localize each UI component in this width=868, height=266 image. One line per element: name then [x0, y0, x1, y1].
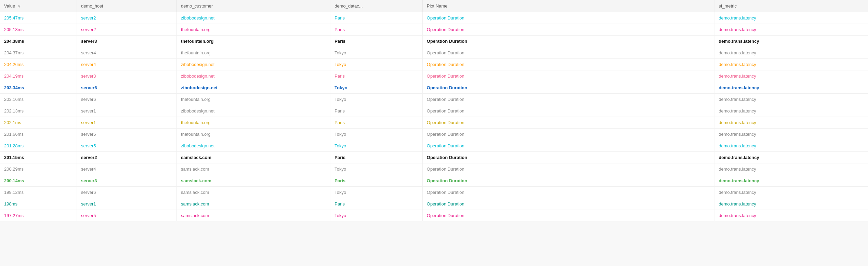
cell-plot_name: Operation Duration [422, 94, 714, 105]
cell-plot_name: Operation Duration [422, 163, 714, 175]
cell-value: 203.34ms [0, 82, 77, 94]
cell-plot_name: Operation Duration [422, 210, 714, 222]
cell-sf_metric: demo.trans.latency [714, 70, 868, 82]
col-header-plot-name[interactable]: Plot Name [422, 0, 714, 12]
data-table: Value ∨ demo_host demo_customer demo_dat… [0, 0, 868, 221]
cell-value: 204.26ms [0, 59, 77, 70]
cell-sf_metric: demo.trans.latency [714, 24, 868, 36]
col-demo-datac-label: demo_datac... [334, 3, 363, 9]
cell-demo_datac: Tokyo [330, 163, 423, 175]
cell-demo_customer: samslack.com [177, 198, 330, 210]
cell-sf_metric: demo.trans.latency [714, 117, 868, 129]
cell-demo_host: server2 [77, 24, 177, 36]
cell-demo_datac: Tokyo [330, 82, 423, 94]
cell-demo_host: server3 [77, 36, 177, 47]
cell-demo_customer: samslack.com [177, 163, 330, 175]
cell-value: 201.66ms [0, 129, 77, 140]
cell-value: 202.1ms [0, 117, 77, 129]
cell-demo_customer: thefountain.org [177, 129, 330, 140]
cell-plot_name: Operation Duration [422, 175, 714, 187]
cell-demo_customer: thefountain.org [177, 36, 330, 47]
cell-value: 205.47ms [0, 12, 77, 24]
col-plot-name-label: Plot Name [427, 3, 448, 9]
cell-demo_datac: Paris [330, 198, 423, 210]
cell-value: 198ms [0, 198, 77, 210]
cell-demo_customer: zibobodesign.net [177, 70, 330, 82]
cell-demo_host: server2 [77, 12, 177, 24]
cell-plot_name: Operation Duration [422, 12, 714, 24]
cell-demo_datac: Paris [330, 12, 423, 24]
col-demo-customer-label: demo_customer [181, 3, 213, 9]
cell-demo_host: server2 [77, 152, 177, 163]
cell-plot_name: Operation Duration [422, 82, 714, 94]
cell-demo_host: server1 [77, 117, 177, 129]
cell-value: 197.27ms [0, 210, 77, 222]
col-header-demo-customer[interactable]: demo_customer [177, 0, 330, 12]
cell-plot_name: Operation Duration [422, 59, 714, 70]
cell-demo_customer: thefountain.org [177, 47, 330, 59]
cell-value: 205.13ms [0, 24, 77, 36]
cell-value: 200.14ms [0, 175, 77, 187]
col-value-label: Value [4, 3, 15, 9]
cell-demo_customer: samslack.com [177, 187, 330, 198]
table-row: 201.28msserver5zibobodesign.netTokyoOper… [0, 140, 868, 152]
col-header-value[interactable]: Value ∨ [0, 0, 77, 12]
cell-sf_metric: demo.trans.latency [714, 82, 868, 94]
cell-sf_metric: demo.trans.latency [714, 129, 868, 140]
cell-value: 199.12ms [0, 187, 77, 198]
cell-demo_datac: Tokyo [330, 59, 423, 70]
cell-sf_metric: demo.trans.latency [714, 187, 868, 198]
cell-demo_datac: Tokyo [330, 129, 423, 140]
table-row: 201.66msserver5thefountain.orgTokyoOpera… [0, 129, 868, 140]
col-sf-metric-label: sf_metric [719, 3, 737, 9]
col-header-demo-datac[interactable]: demo_datac... [330, 0, 423, 12]
cell-demo_host: server6 [77, 94, 177, 105]
cell-demo_datac: Tokyo [330, 140, 423, 152]
table-row: 203.16msserver6thefountain.orgTokyoOpera… [0, 94, 868, 105]
cell-demo_host: server5 [77, 129, 177, 140]
cell-value: 204.38ms [0, 36, 77, 47]
table-row: 199.12msserver6samslack.comTokyoOperatio… [0, 187, 868, 198]
cell-sf_metric: demo.trans.latency [714, 175, 868, 187]
cell-demo_customer: zibobodesign.net [177, 12, 330, 24]
cell-value: 204.19ms [0, 70, 77, 82]
cell-demo_datac: Tokyo [330, 210, 423, 222]
table-row: 200.14msserver3samslack.comParisOperatio… [0, 175, 868, 187]
table-row: 201.15msserver2samslack.comParisOperatio… [0, 152, 868, 163]
cell-demo_customer: thefountain.org [177, 117, 330, 129]
table-row: 205.13msserver2thefountain.orgParisOpera… [0, 24, 868, 36]
cell-sf_metric: demo.trans.latency [714, 163, 868, 175]
table-row: 200.29msserver4samslack.comTokyoOperatio… [0, 163, 868, 175]
table-row: 204.19msserver3zibobodesign.netParisOper… [0, 70, 868, 82]
cell-demo_datac: Paris [330, 70, 423, 82]
cell-plot_name: Operation Duration [422, 140, 714, 152]
cell-demo_host: server6 [77, 82, 177, 94]
cell-plot_name: Operation Duration [422, 70, 714, 82]
cell-demo_customer: samslack.com [177, 210, 330, 222]
cell-demo_host: server4 [77, 47, 177, 59]
cell-plot_name: Operation Duration [422, 187, 714, 198]
cell-sf_metric: demo.trans.latency [714, 210, 868, 222]
cell-demo_host: server5 [77, 210, 177, 222]
table-row: 205.47msserver2zibobodesign.netParisOper… [0, 12, 868, 24]
cell-demo_customer: samslack.com [177, 152, 330, 163]
col-header-demo-host[interactable]: demo_host [77, 0, 177, 12]
table-row: 204.26msserver4zibobodesign.netTokyoOper… [0, 59, 868, 70]
table-row: 204.37msserver4thefountain.orgTokyoOpera… [0, 47, 868, 59]
cell-demo_host: server3 [77, 70, 177, 82]
cell-demo_host: server1 [77, 198, 177, 210]
cell-sf_metric: demo.trans.latency [714, 12, 868, 24]
col-demo-host-label: demo_host [81, 3, 103, 9]
cell-demo_datac: Tokyo [330, 47, 423, 59]
cell-demo_datac: Tokyo [330, 94, 423, 105]
cell-demo_customer: samslack.com [177, 175, 330, 187]
cell-demo_datac: Paris [330, 105, 423, 117]
cell-plot_name: Operation Duration [422, 152, 714, 163]
cell-value: 201.28ms [0, 140, 77, 152]
col-header-sf-metric[interactable]: sf_metric [714, 0, 868, 12]
cell-demo_datac: Tokyo [330, 187, 423, 198]
cell-plot_name: Operation Duration [422, 36, 714, 47]
cell-sf_metric: demo.trans.latency [714, 152, 868, 163]
cell-demo_customer: zibobodesign.net [177, 82, 330, 94]
cell-value: 202.13ms [0, 105, 77, 117]
